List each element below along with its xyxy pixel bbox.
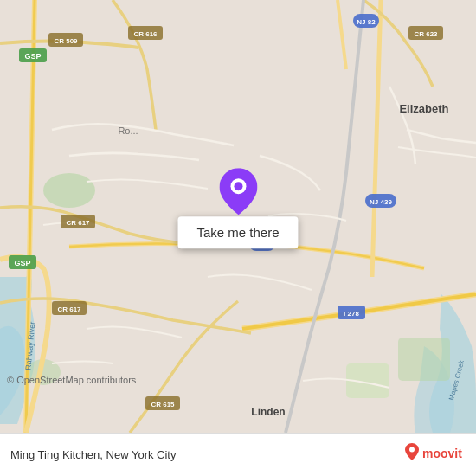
moovit-logo: moovit — [405, 443, 466, 467]
svg-text:NJ 82: NJ 82 — [357, 18, 376, 26]
map-pin-icon — [219, 168, 257, 215]
svg-text:Linden: Linden — [251, 406, 285, 418]
svg-point-39 — [234, 182, 242, 190]
location-name: Ming Ting Kitchen, New York City — [10, 448, 405, 461]
svg-text:NJ 439: NJ 439 — [370, 198, 392, 206]
svg-text:Elizabeth: Elizabeth — [399, 102, 448, 115]
take-me-there-button[interactable]: Take me there — [177, 216, 298, 248]
svg-text:CR 615: CR 615 — [151, 401, 175, 408]
map-popup: Take me there — [177, 168, 298, 248]
svg-text:CR 617: CR 617 — [66, 219, 90, 227]
svg-text:CR 617: CR 617 — [57, 306, 81, 313]
svg-text:GSP: GSP — [14, 259, 30, 267]
svg-text:CR 509: CR 509 — [54, 37, 78, 45]
svg-point-1 — [43, 173, 95, 208]
svg-point-40 — [409, 447, 415, 452]
svg-text:moovit: moovit — [422, 447, 462, 460]
svg-text:CR 623: CR 623 — [414, 30, 438, 38]
copyright-text: © OpenStreetMap contributors — [7, 375, 136, 385]
svg-rect-2 — [398, 338, 450, 381]
map-container: GSP GSP NJ 27 I 278 NJ 439 NJ 82 CR 509 … — [0, 0, 476, 433]
svg-text:Ro...: Ro... — [118, 125, 138, 136]
svg-text:I 278: I 278 — [344, 310, 359, 318]
svg-text:GSP: GSP — [24, 52, 41, 61]
footer: Ming Ting Kitchen, New York City moovit — [0, 433, 476, 476]
moovit-logo-svg: moovit — [405, 443, 466, 467]
svg-text:CR 616: CR 616 — [133, 30, 158, 38]
